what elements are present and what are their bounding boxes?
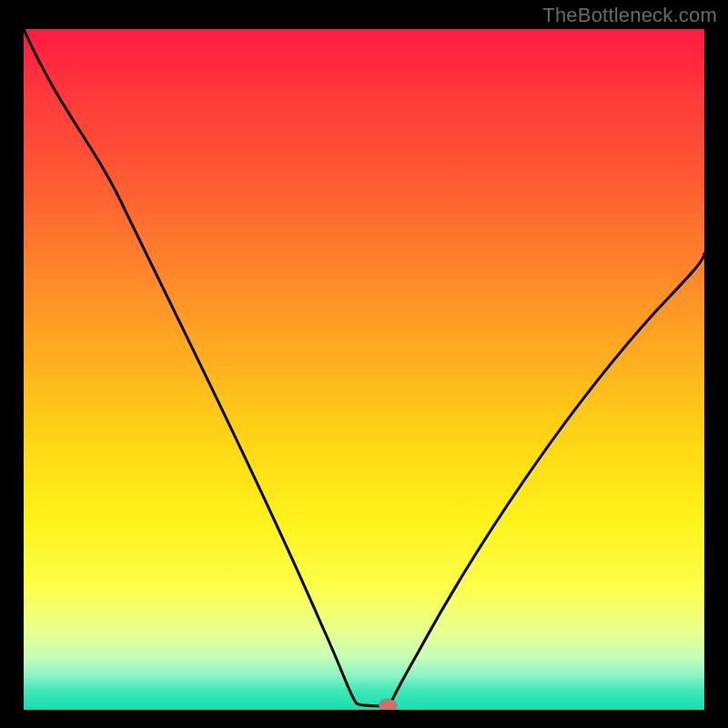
curve-path — [24, 29, 704, 706]
watermark-text: TheBottleneck.com — [542, 4, 717, 27]
bottleneck-curve — [24, 29, 704, 710]
chart-stage: TheBottleneck.com — [0, 0, 728, 728]
optimal-point-marker — [379, 699, 397, 712]
plot-area — [22, 27, 706, 712]
